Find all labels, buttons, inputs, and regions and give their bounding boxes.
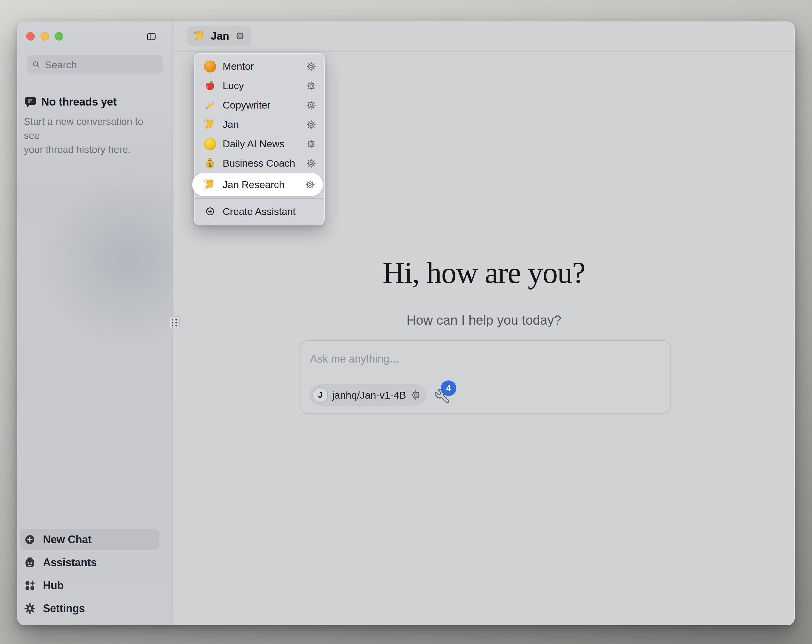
menu-item-label: Jan Research (223, 179, 299, 190)
gear-icon[interactable] (306, 139, 316, 149)
sidebar-item-new-chat[interactable]: New Chat (20, 529, 159, 550)
menu-item-jan[interactable]: Jan (195, 115, 324, 134)
empty-state-description: Start a new conversation to see your thr… (24, 114, 158, 157)
minimize-button[interactable] (41, 32, 49, 41)
sidebar-item-label: Assistants (43, 556, 97, 569)
assistant-selector-button[interactable]: Jan (188, 26, 251, 46)
menu-item-business-coach[interactable]: Business Coach (195, 154, 324, 173)
app-window: No threads yet Start a new conversation … (17, 21, 795, 625)
sidebar: No threads yet Start a new conversation … (17, 21, 173, 625)
message-composer[interactable]: Ask me anything... J janhq/Jan-v1-4B 4 (300, 340, 670, 414)
menu-item-label: Mentor (223, 61, 300, 72)
gear-icon[interactable] (306, 61, 316, 72)
search-icon (32, 60, 41, 70)
main-area: Jan Mentor Lucy Copywriter (173, 21, 795, 625)
menu-item-copywriter[interactable]: Copywriter (195, 95, 324, 115)
menu-item-label: Business Coach (223, 157, 300, 169)
menu-item-label: Lucy (223, 80, 300, 91)
sidebar-toggle-icon[interactable] (146, 32, 156, 42)
composer-toolbar: J janhq/Jan-v1-4B 4 (310, 384, 451, 406)
waving-hand-icon (203, 178, 217, 191)
greeting-title: Hi, how are you? (173, 255, 795, 290)
search-box[interactable] (27, 55, 163, 75)
menu-item-create-assistant[interactable]: Create Assistant (195, 201, 324, 222)
apple-icon (203, 79, 217, 93)
waving-hand-icon (203, 118, 217, 131)
gear-icon[interactable] (306, 81, 316, 91)
menu-item-label: Create Assistant (223, 206, 316, 217)
sidebar-item-label: Hub (43, 579, 64, 592)
grid-plus-icon (24, 580, 36, 592)
plus-circle-icon (24, 534, 36, 546)
gear-icon[interactable] (235, 31, 245, 41)
gear-icon[interactable] (306, 158, 316, 169)
yellow-circle-icon (203, 137, 217, 151)
sidebar-item-hub[interactable]: Hub (20, 575, 159, 596)
tools-count-badge: 4 (441, 381, 456, 396)
assistant-dropdown-menu: Mentor Lucy Copywriter Jan (194, 53, 325, 225)
sidebar-item-settings[interactable]: Settings (20, 598, 159, 619)
menu-item-label: Jan (223, 119, 300, 130)
assistant-selector-label: Jan (211, 30, 229, 42)
menu-item-jan-research[interactable]: Jan Research (192, 173, 323, 196)
plus-circle-icon (203, 205, 217, 218)
menu-item-label: Copywriter (223, 99, 300, 111)
zoom-button[interactable] (55, 32, 63, 41)
gear-icon (24, 603, 36, 615)
model-avatar: J (313, 387, 328, 403)
sidebar-item-assistants[interactable]: Assistants (20, 552, 159, 573)
empty-state-line1: Start a new conversation to see (24, 114, 158, 143)
robot-icon (24, 557, 36, 569)
desktop-background: No threads yet Start a new conversation … (0, 0, 812, 644)
empty-state-title: No threads yet (41, 96, 117, 108)
composer-placeholder[interactable]: Ask me anything... (310, 353, 398, 365)
sidebar-resize-handle[interactable] (169, 316, 180, 329)
waving-hand-icon (193, 29, 206, 43)
menu-item-mentor[interactable]: Mentor (195, 57, 324, 76)
gear-icon[interactable] (306, 120, 316, 130)
gear-icon[interactable] (305, 180, 315, 190)
sidebar-item-label: New Chat (43, 533, 91, 546)
money-bag-icon (203, 157, 217, 170)
menu-item-daily-ai-news[interactable]: Daily AI News (195, 134, 324, 154)
pencil-icon (203, 99, 217, 112)
window-controls (26, 32, 63, 41)
menu-item-label: Daily AI News (223, 138, 300, 150)
sidebar-item-label: Settings (43, 602, 85, 615)
empty-state-line2: your thread history here. (24, 143, 158, 157)
search-input[interactable] (45, 59, 158, 71)
chat-bubble-icon (24, 95, 37, 108)
menu-item-lucy[interactable]: Lucy (195, 76, 324, 95)
menu-divider (195, 198, 324, 199)
model-selector-button[interactable]: J janhq/Jan-v1-4B (310, 384, 426, 406)
close-button[interactable] (26, 32, 35, 41)
model-name: janhq/Jan-v1-4B (332, 390, 406, 401)
orange-circle-icon (203, 60, 217, 73)
empty-state-header: No threads yet (24, 95, 117, 108)
tools-button[interactable]: 4 (434, 388, 451, 405)
gear-icon[interactable] (306, 100, 316, 110)
main-header: Jan (173, 21, 795, 52)
sidebar-bottom-nav: New Chat Assistants Hub Settings (20, 529, 159, 619)
greeting-subtitle: How can I help you today? (173, 313, 795, 328)
gear-icon[interactable] (410, 390, 421, 400)
